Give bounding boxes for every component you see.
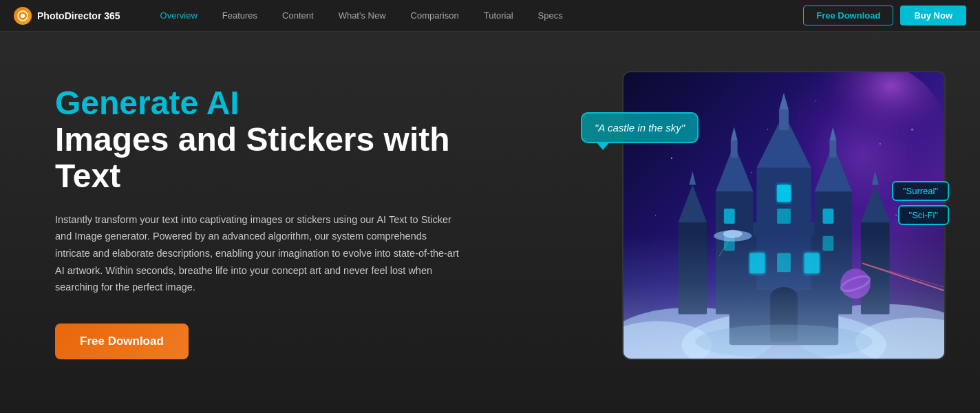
svg-rect-33 bbox=[777, 209, 791, 224]
nav-link-features[interactable]: Features bbox=[210, 0, 270, 32]
hero-title-line1: Generate AI bbox=[55, 85, 509, 122]
brand: PhotoDirector 365 bbox=[14, 7, 120, 25]
svg-rect-36 bbox=[724, 209, 735, 224]
nav-link-content[interactable]: Content bbox=[270, 0, 326, 32]
svg-rect-21 bbox=[829, 140, 836, 158]
free-download-button[interactable]: Free Download bbox=[803, 6, 893, 25]
tag-surreal: "Surreal" bbox=[892, 181, 949, 201]
tag-scifi: "Sci-Fi" bbox=[898, 205, 949, 225]
svg-rect-13 bbox=[779, 109, 789, 130]
hero-content: Generate AI Images and Stickers with Tex… bbox=[55, 85, 509, 359]
nav-link-specs[interactable]: Specs bbox=[526, 0, 575, 32]
svg-rect-38 bbox=[822, 209, 833, 224]
svg-rect-32 bbox=[777, 184, 791, 202]
hero-download-button[interactable]: Free Download bbox=[55, 324, 189, 359]
prompt-bubble: "A castle in the sky" bbox=[581, 112, 699, 143]
hero-image-area: "A castle in the sky" bbox=[588, 71, 946, 374]
svg-marker-18 bbox=[731, 127, 738, 140]
nav-actions: Free Download Buy Now bbox=[803, 6, 966, 25]
svg-marker-25 bbox=[689, 171, 696, 185]
nav-link-whats-new[interactable]: What's New bbox=[326, 0, 398, 32]
hero-description: Instantly transform your text into capti… bbox=[55, 211, 461, 296]
nav-link-comparison[interactable]: Comparison bbox=[398, 0, 471, 32]
svg-rect-17 bbox=[731, 140, 738, 158]
svg-marker-24 bbox=[678, 184, 707, 222]
cloud-layer bbox=[624, 235, 944, 359]
nav-link-tutorial[interactable]: Tutorial bbox=[471, 0, 526, 32]
svg-point-1 bbox=[21, 14, 25, 18]
hero-section: Generate AI Images and Stickers with Tex… bbox=[0, 32, 980, 413]
brand-name: PhotoDirector 365 bbox=[37, 10, 120, 21]
navbar: PhotoDirector 365 Overview Features Cont… bbox=[0, 0, 980, 32]
nav-link-overview[interactable]: Overview bbox=[148, 0, 210, 32]
brand-icon bbox=[14, 7, 32, 25]
nav-links: Overview Features Content What's New Com… bbox=[148, 0, 804, 32]
buy-now-button[interactable]: Buy Now bbox=[900, 6, 966, 25]
hero-title-line2: Images and Stickers with Text bbox=[55, 122, 509, 195]
